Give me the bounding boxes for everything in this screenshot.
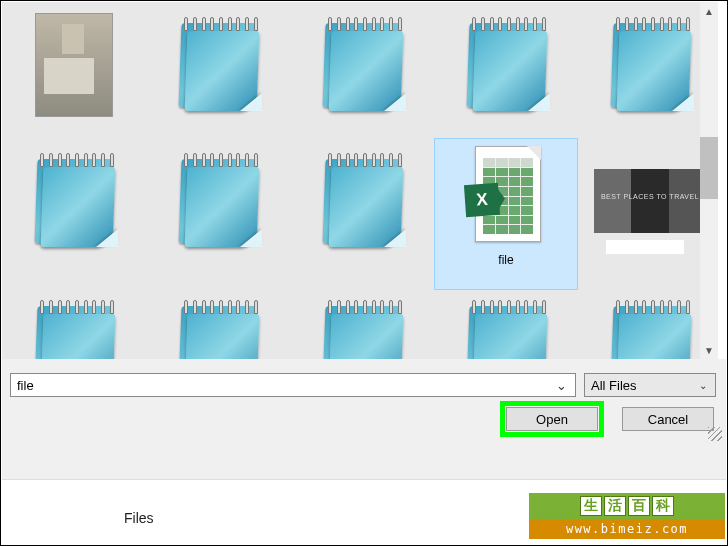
filter-value: All Files [591, 378, 637, 393]
scroll-down-icon[interactable]: ▼ [700, 341, 718, 359]
image-thumbnail-icon [35, 13, 113, 117]
chevron-down-icon[interactable]: ⌄ [554, 378, 569, 393]
files-tab[interactable]: Files [124, 510, 154, 526]
notepad-icon [604, 17, 696, 113]
file-item[interactable]: BEST PLACES TO TRAVEL [578, 138, 702, 290]
file-item[interactable] [2, 138, 146, 290]
resize-grip-icon[interactable] [708, 427, 722, 441]
file-item-selected[interactable]: X file [434, 138, 578, 290]
file-item[interactable] [2, 290, 146, 359]
notepad-icon [316, 300, 408, 359]
file-item[interactable] [578, 2, 702, 138]
open-button[interactable]: Open [506, 407, 598, 431]
file-item[interactable] [434, 290, 578, 359]
file-item[interactable] [290, 290, 434, 359]
file-item[interactable] [146, 290, 290, 359]
notepad-icon [316, 17, 408, 113]
excel-file-icon: X [465, 146, 547, 246]
file-item[interactable] [146, 2, 290, 138]
notepad-icon [460, 300, 552, 359]
watermark: 生 活 百 科 www.bimeiz.com [529, 493, 725, 539]
file-item[interactable] [146, 138, 290, 290]
file-item[interactable] [578, 290, 702, 359]
file-item[interactable] [290, 2, 434, 138]
chevron-down-icon[interactable]: ⌄ [697, 380, 709, 391]
file-type-filter[interactable]: All Files ⌄ [584, 373, 716, 397]
file-item[interactable] [290, 138, 434, 290]
file-item[interactable] [434, 2, 578, 138]
notepad-icon [604, 300, 696, 359]
notepad-icon [28, 300, 120, 359]
image-thumbnail-icon: BEST PLACES TO TRAVEL [594, 169, 702, 233]
notepad-icon [172, 17, 264, 113]
notepad-icon [316, 153, 408, 249]
watermark-url: www.bimeiz.com [566, 522, 688, 536]
notepad-icon [172, 153, 264, 249]
open-file-dialog: X file BEST PLACES TO TRAVEL [0, 0, 728, 546]
dialog-footer: file ⌄ All Files ⌄ Open Cancel [2, 359, 726, 479]
file-grid-pane[interactable]: X file BEST PLACES TO TRAVEL [2, 2, 702, 359]
vertical-scrollbar[interactable]: ▲ ▼ [700, 2, 718, 359]
scroll-up-icon[interactable]: ▲ [700, 2, 718, 20]
file-item[interactable] [2, 2, 146, 138]
notepad-icon [460, 17, 552, 113]
file-label: file [498, 253, 513, 267]
filename-combobox[interactable]: file ⌄ [10, 373, 576, 397]
filename-value: file [17, 378, 34, 393]
cancel-button[interactable]: Cancel [622, 407, 714, 431]
notepad-icon [172, 300, 264, 359]
scrollbar-thumb[interactable] [700, 137, 718, 199]
notepad-icon [28, 153, 120, 249]
